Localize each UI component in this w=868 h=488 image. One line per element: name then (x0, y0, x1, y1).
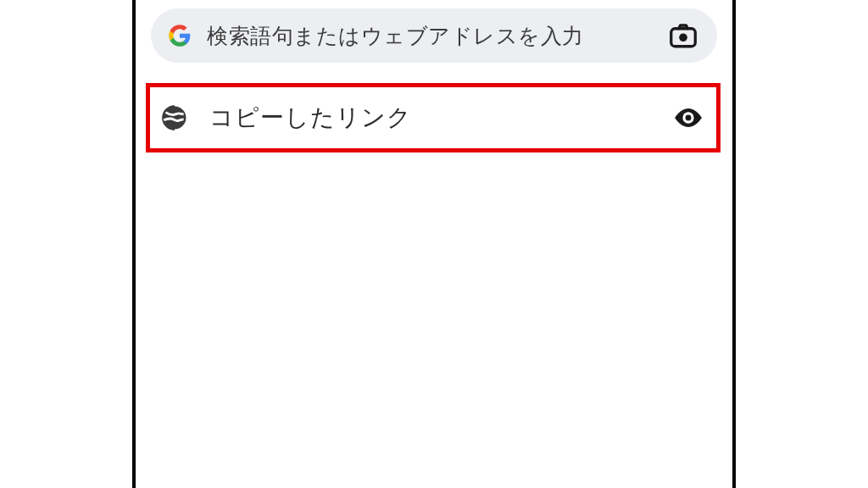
copied-link-suggestion[interactable]: コピーしたリンク (146, 83, 721, 152)
svg-point-4 (686, 115, 692, 121)
camera-icon[interactable] (665, 17, 702, 54)
phone-frame: 検索語句またはウェブアドレスを入力 コピーしたリンク (132, 0, 736, 488)
suggestion-label: コピーしたリンク (209, 102, 652, 134)
search-bar[interactable]: 検索語句またはウェブアドレスを入力 (151, 8, 717, 63)
google-logo-icon (168, 24, 192, 47)
eye-icon[interactable] (672, 102, 704, 134)
svg-point-1 (679, 33, 687, 42)
search-input[interactable]: 検索語句またはウェブアドレスを入力 (207, 22, 649, 50)
globe-icon (160, 103, 189, 132)
